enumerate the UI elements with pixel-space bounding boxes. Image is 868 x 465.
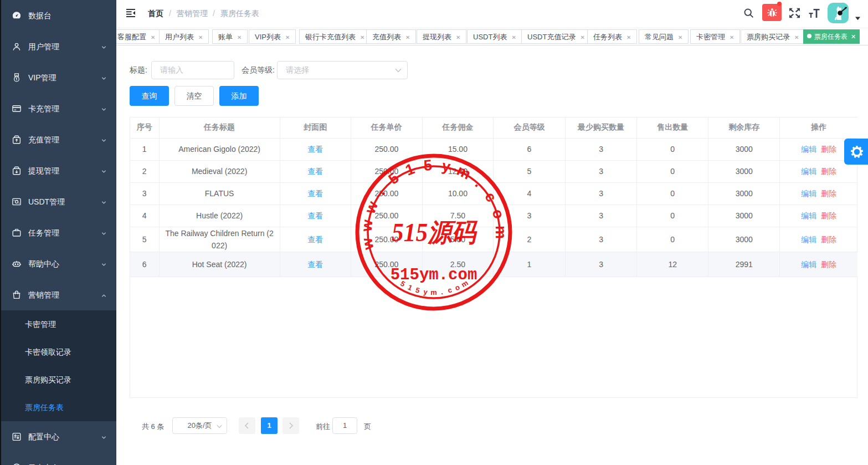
svg-text:5: 5 [423, 157, 433, 174]
svg-text:.: . [440, 288, 444, 296]
svg-text:y: y [440, 157, 451, 175]
svg-text:c: c [447, 285, 453, 294]
svg-text:y: y [423, 288, 429, 297]
svg-text:m: m [492, 226, 509, 239]
svg-text:5: 5 [415, 285, 421, 294]
svg-text:.: . [472, 175, 486, 190]
svg-text:m: m [430, 288, 437, 297]
svg-text:o: o [489, 207, 507, 221]
svg-text:515源码: 515源码 [392, 218, 478, 247]
svg-text:w: w [358, 236, 377, 252]
svg-text:c: c [481, 189, 500, 205]
svg-text:515ym.com: 515ym.com [391, 266, 477, 284]
svg-text:w: w [358, 218, 376, 233]
